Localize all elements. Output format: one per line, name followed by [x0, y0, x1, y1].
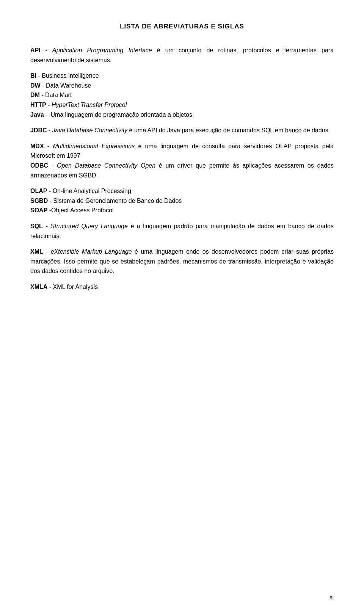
page-title: LISTA DE ABREVIATURAS E SIGLAS — [30, 23, 334, 30]
term-xmla: XMLA — [30, 284, 47, 290]
def-xml-italic: eXtensible Markup Language — [51, 248, 132, 255]
term-http: HTTP — [30, 102, 46, 108]
def-mdx-italic: Multidimensional Expressions — [53, 143, 135, 149]
term-sql: SQL — [30, 223, 43, 229]
entry-xmla: XMLA - XML for Analysis — [30, 282, 334, 292]
term-xml: XML — [30, 248, 43, 255]
entry-olap-sgbd-soap: OLAP - On-line Analytical Processing SGB… — [30, 186, 334, 215]
entry-api: API - Application Programming Interface … — [30, 45, 334, 65]
page-number: xi — [329, 593, 334, 600]
def-jdbc-italic: Java Database Connectivity — [52, 127, 127, 133]
entry-bi-group: BI - Business Intelligence DW - Data War… — [30, 71, 334, 119]
term-java: Java — [30, 111, 44, 118]
entry-sql: SQL - Structured Query Language é a ling… — [30, 221, 334, 241]
term-dw: DW — [30, 82, 41, 89]
term-mdx: MDX — [30, 143, 44, 149]
term-soap: SOAP — [30, 207, 47, 213]
term-odbc: ODBC — [30, 162, 48, 169]
term-olap: OLAP — [30, 188, 47, 194]
term-jdbc: JDBC — [30, 127, 47, 133]
entry-xml: XML - eXtensible Markup Language é uma l… — [30, 247, 334, 276]
entry-jdbc: JDBC - Java Database Connectivity é uma … — [30, 126, 334, 135]
def-odbc-italic: Open Database Connectivity Open — [57, 162, 155, 169]
def-api-italic: Application Programming Interface — [52, 47, 152, 53]
term-bi: BI — [30, 72, 36, 79]
def-http-italic: HyperText Transfer Protocol — [52, 102, 127, 108]
content-area: API - Application Programming Interface … — [30, 45, 334, 292]
term-api: API — [30, 47, 41, 53]
def-sql-italic: Structured Query Language — [50, 223, 128, 229]
term-sgbd: SGBD — [30, 198, 48, 204]
entry-mdx-odbc: MDX - Multidimensional Expressions é uma… — [30, 141, 334, 180]
term-dm: DM — [30, 92, 40, 98]
